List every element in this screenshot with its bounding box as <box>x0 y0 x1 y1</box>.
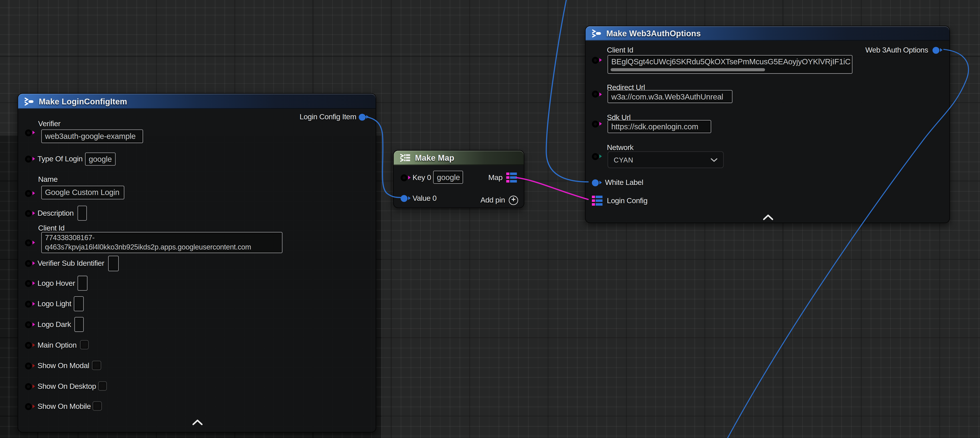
node-header-make-web3authoptions[interactable]: Make Web3AuthOptions <box>586 26 950 41</box>
input-pin-login-config[interactable] <box>592 196 603 205</box>
pin-label-show-on-mobile: Show On Mobile <box>38 402 91 411</box>
main-option-checkbox[interactable] <box>80 340 89 349</box>
input-pin-name[interactable] <box>25 189 35 197</box>
node-make-web3authoptions[interactable]: Make Web3AuthOptions Web 3Auth Options C… <box>585 25 950 223</box>
logo-hover-input[interactable] <box>78 276 88 291</box>
output-pin-login-config-item[interactable] <box>359 113 369 121</box>
make-struct-icon <box>591 29 602 38</box>
input-pin-client-id[interactable] <box>592 56 602 64</box>
name-input[interactable]: Google Custom Login <box>41 186 124 199</box>
input-pin-logo-dark[interactable] <box>25 320 35 328</box>
input-pin-show-on-modal[interactable] <box>25 362 35 370</box>
output-pin-web3auth-options[interactable] <box>932 46 943 54</box>
client-id-scrollbar[interactable] <box>611 68 765 71</box>
pin-label-value-0: Value 0 <box>412 194 437 202</box>
input-pin-verifier[interactable] <box>25 128 35 137</box>
input-pin-show-on-mobile[interactable] <box>25 402 35 410</box>
make-map-icon <box>399 154 411 162</box>
show-on-mobile-checkbox[interactable] <box>92 401 102 411</box>
client-id-input[interactable]: BEglQSgt4cUWcj6SKRdu5QkOXTsePmMcusG5EAoy… <box>608 55 853 74</box>
blueprint-graph-canvas: Make LoginConfigItem Login Config Item V… <box>0 0 980 438</box>
make-struct-icon <box>24 97 35 105</box>
type-of-login-input[interactable]: google <box>85 153 116 166</box>
pin-label-verifier-sub-identifier: Verifier Sub Identifier <box>38 259 104 268</box>
input-pin-show-on-desktop[interactable] <box>25 382 35 390</box>
key-0-input[interactable]: google <box>433 171 463 184</box>
network-dropdown[interactable]: CYAN <box>608 151 724 168</box>
output-pin-label-map: Map <box>488 173 503 182</box>
input-pin-logo-hover[interactable] <box>25 279 35 287</box>
add-pin-icon[interactable] <box>509 196 518 205</box>
show-on-modal-checkbox[interactable] <box>92 361 101 370</box>
input-pin-client-id[interactable] <box>25 239 35 247</box>
verifier-input[interactable]: web3auth-google-example <box>41 129 143 143</box>
input-pin-value-0[interactable] <box>401 194 410 202</box>
pin-label-main-option: Main Option <box>38 341 77 349</box>
input-pin-white-label[interactable] <box>592 178 602 187</box>
sdk-url-input[interactable]: https://sdk.openlogin.com <box>608 120 711 133</box>
pin-label-white-label: White Label <box>605 178 643 187</box>
client-id-input[interactable]: 774338308167-q463s7kpvja16l4l0kko3nb925i… <box>41 232 282 253</box>
pin-label-show-on-modal: Show On Modal <box>38 361 89 370</box>
output-pin-map[interactable] <box>506 172 517 183</box>
pin-label-client-id: Client Id <box>607 46 633 54</box>
input-pin-type-of-login[interactable] <box>25 154 35 163</box>
add-pin-label: Add pin <box>480 196 505 204</box>
node-header-make-map[interactable]: Make Map <box>394 151 523 165</box>
redirect-url-input[interactable]: w3a://com.w3a.Web3AuthUnreal <box>608 90 733 103</box>
pin-label-show-on-desktop: Show On Desktop <box>38 382 96 390</box>
input-pin-key-0[interactable] <box>401 174 410 182</box>
input-pin-main-option[interactable] <box>25 341 35 349</box>
pin-label-verifier: Verifier <box>38 119 60 128</box>
collapse-node-chevron-icon[interactable] <box>763 214 773 220</box>
pin-label-logo-dark: Logo Dark <box>38 320 71 329</box>
input-pin-description[interactable] <box>25 209 35 217</box>
node-make-map[interactable]: Make Map Key 0 google Map Value 0 Add pi… <box>393 150 525 208</box>
show-on-desktop-checkbox[interactable] <box>98 381 107 390</box>
input-pin-network[interactable] <box>592 152 602 161</box>
input-pin-verifier-sub-identifier[interactable] <box>25 259 35 267</box>
pin-label-network: Network <box>607 143 633 152</box>
pin-label-key-0: Key 0 <box>412 173 431 182</box>
node-title: Make LoginConfigItem <box>39 97 127 106</box>
verifier-sub-identifier-input[interactable] <box>108 256 119 271</box>
output-pin-label: Login Config Item <box>299 113 356 121</box>
node-header-make-loginconfigitem[interactable]: Make LoginConfigItem <box>18 94 375 108</box>
pin-label-login-config: Login Config <box>607 196 648 205</box>
pin-label-client-id: Client Id <box>38 224 65 233</box>
logo-light-input[interactable] <box>74 296 84 311</box>
node-title: Make Web3AuthOptions <box>606 29 701 38</box>
output-pin-label: Web 3Auth Options <box>865 46 928 54</box>
pin-label-description: Description <box>38 209 74 217</box>
collapse-node-chevron-icon[interactable] <box>192 419 202 425</box>
pin-label-type-of-login: Type Of Login <box>38 154 83 163</box>
input-pin-sdk-url[interactable] <box>592 120 602 128</box>
node-make-loginconfigitem[interactable]: Make LoginConfigItem Login Config Item V… <box>18 93 376 432</box>
logo-dark-input[interactable] <box>74 317 84 332</box>
pin-label-logo-light: Logo Light <box>38 299 72 308</box>
client-id-value: BEglQSgt4cUWcj6SKRdu5QkOXTsePmMcusG5EAoy… <box>611 56 851 68</box>
network-dropdown-value: CYAN <box>614 156 633 164</box>
input-pin-logo-light[interactable] <box>25 300 35 308</box>
chevron-down-icon <box>711 158 718 162</box>
pin-label-name: Name <box>38 175 57 184</box>
description-input[interactable] <box>78 205 87 221</box>
input-pin-redirect-url[interactable] <box>592 90 602 98</box>
node-title: Make Map <box>415 153 454 162</box>
pin-label-logo-hover: Logo Hover <box>38 279 75 288</box>
